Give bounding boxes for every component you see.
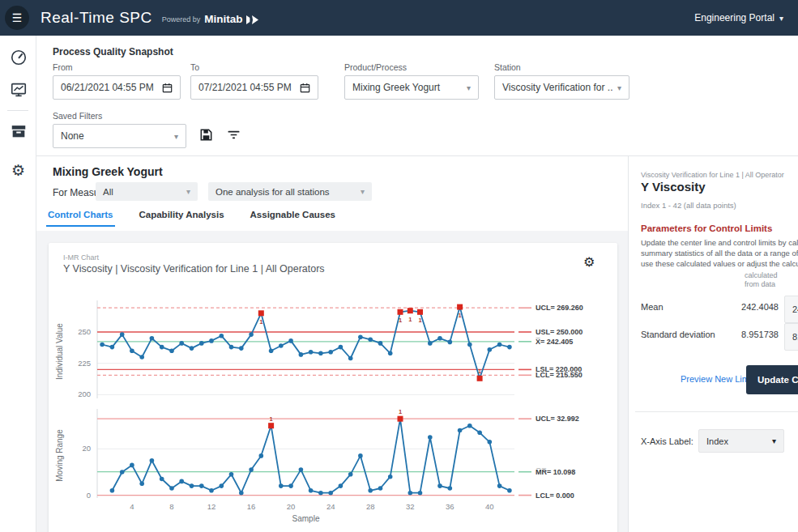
svg-text:8: 8 [169,502,173,511]
x-axis-label-value: Index [706,436,728,446]
svg-text:250: 250 [78,327,91,336]
sidebar-item-reports[interactable] [0,78,36,102]
tab-bar: Control Charts Capability Analysis Assig… [46,206,337,227]
sidebar-item-dashboard[interactable] [0,45,36,70]
sidebar-item-archive[interactable] [0,119,36,143]
to-date-value: 07/21/2021 04:55 PM [198,82,300,93]
mean-input[interactable]: 242.4048 [784,296,798,323]
params-title: Parameters for Control Limits [641,223,772,233]
panel-context: Viscosity Verification for Line 1 | All … [641,171,796,179]
svg-text:32: 32 [406,502,415,511]
chevron-down-icon: ▾ [779,14,783,23]
product-process-label: Product/Process [344,62,479,72]
svg-text:UCL= 269.260: UCL= 269.260 [536,304,583,312]
top-navbar: ☰ Real-Time SPC Powered by Minitab Engin… [0,0,798,36]
saved-filters-label: Saved Filters [53,111,186,121]
portal-switcher[interactable]: Engineering Portal▾ [694,12,783,23]
tab-capability-analysis[interactable]: Capability Analysis [138,206,226,227]
tab-assignable-causes[interactable]: Assignable Causes [249,206,337,227]
svg-text:1: 1 [399,317,402,324]
workspace-title: Mixing Greek Yogurt [53,165,163,178]
stdev-input[interactable]: 8.951738 [784,323,798,351]
svg-text:1: 1 [418,317,421,324]
station-value: Viscosity Verification for ... [502,82,612,93]
product-process-select[interactable]: Mixing Greek Yogurt ▾ [344,75,479,100]
calculated-from-data-header: calculated from data [745,271,778,289]
svg-text:Individual Value: Individual Value [55,323,64,380]
svg-text:20: 20 [82,444,91,453]
calendar-icon [300,83,310,93]
svg-text:1: 1 [259,318,262,326]
svg-text:16: 16 [247,502,256,511]
calendar-icon [162,83,173,93]
page-title: Process Quality Snapshot [53,46,173,57]
chart-type-label: I-MR Chart [63,253,99,262]
gauge-icon [10,49,28,66]
params-description: Update the center line and control limit… [641,237,798,269]
svg-text:X̅= 242.405: X̅= 242.405 [536,338,573,346]
hamburger-menu-icon[interactable]: ☰ [5,6,29,30]
svg-text:1: 1 [270,415,273,423]
save-icon [199,128,213,142]
chevron-down-icon: ▾ [354,187,365,196]
chevron-down-icon: ▾ [174,132,178,141]
svg-text:1: 1 [478,368,481,375]
filter-icon [227,128,241,142]
powered-by-label: Powered by [162,15,201,23]
panel-measure-title: Y Viscosity [641,180,706,194]
svg-text:20: 20 [287,502,296,511]
chevron-down-icon: ▾ [772,436,776,445]
svg-text:24: 24 [326,502,335,511]
filter-bar: Process Quality Snapshot From 06/21/2021… [36,36,798,156]
individuals-chart: 200225250UCL= 269.260USL= 250.000X̅= 242… [49,298,617,405]
measure-select[interactable]: All ▾ [96,182,198,201]
svg-text:4: 4 [130,502,134,511]
svg-text:Sample: Sample [292,514,320,523]
x-axis-label-select[interactable]: Index ▾ [698,429,784,453]
imr-chart-card: I-MR Chart Y Viscosity | Viscosity Verif… [49,243,617,532]
panel-divider [635,411,798,412]
svg-text:UCL= 32.992: UCL= 32.992 [536,415,579,423]
mean-calculated-value: 242.4048 [710,302,779,312]
product-process-value: Mixing Greek Yogurt [352,82,462,93]
stdev-label: Standard deviation [641,330,715,339]
svg-text:225: 225 [78,359,91,368]
station-label: Station [494,62,629,72]
svg-text:Moving Range: Moving Range [55,429,64,482]
to-date-input[interactable]: 07/21/2021 04:55 PM [190,75,318,100]
sidebar-item-settings[interactable]: ⚙ [0,158,36,182]
saved-filters-select[interactable]: None ▾ [53,124,186,148]
minitab-logo-icon [246,15,259,24]
from-label: From [53,62,181,72]
chart-settings-gear-icon[interactable]: ⚙ [583,256,595,269]
saved-filters-value: None [61,130,169,142]
from-date-value: 06/21/2021 04:55 PM [61,82,162,93]
svg-text:1: 1 [408,316,412,323]
x-axis-label-label: X-Axis Label: [641,436,693,446]
save-filter-button[interactable] [197,126,215,143]
station-select[interactable]: Viscosity Verification for ... ▾ [494,75,629,100]
filter-button[interactable] [224,126,242,143]
svg-text:1: 1 [459,312,462,319]
gear-icon: ⚙ [11,163,25,178]
update-control-limits-button[interactable]: Update Control Limits [746,365,798,394]
stdev-calculated-value: 8.951738 [710,330,779,339]
to-label: To [190,62,318,72]
svg-text:LCL= 0.000: LCL= 0.000 [536,492,574,500]
svg-text:200: 200 [78,389,91,398]
svg-text:36: 36 [446,502,454,511]
chevron-down-icon: ▾ [180,187,190,196]
from-date-input[interactable]: 06/21/2021 04:55 PM [53,75,181,100]
svg-text:40: 40 [485,502,494,511]
svg-text:0: 0 [87,491,91,500]
analysis-mode-select[interactable]: One analysis for all stations ▾ [208,182,372,201]
left-icon-rail: ⚙ [0,36,36,532]
moving-range-chart: 020UCL= 32.992M̅R̅= 10.098LCL= 0.0004812… [49,405,617,532]
chevron-down-icon: ▾ [617,83,621,92]
archive-box-icon [10,122,28,140]
panel-index-range: Index 1 - 42 (all data points) [641,201,736,210]
monitor-chart-icon [10,81,28,99]
tab-control-charts[interactable]: Control Charts [46,206,115,227]
svg-text:12: 12 [207,502,216,511]
svg-text:LCL= 215.550: LCL= 215.550 [536,371,582,379]
